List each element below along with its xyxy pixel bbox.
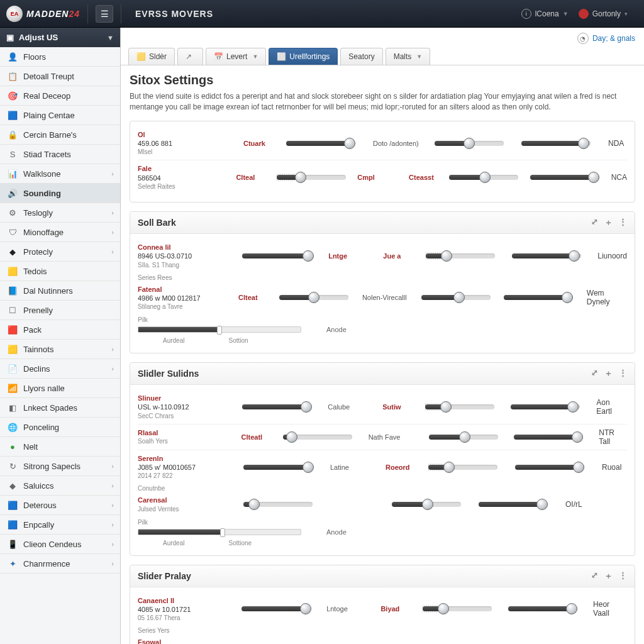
day-goals-link[interactable]: ◔ Day; & gnals — [577, 33, 635, 44]
sidebar-item-22[interactable]: ◆Saluiccs› — [0, 476, 120, 496]
topbar-user-2[interactable]: Gortonly ▾ — [579, 9, 628, 19]
slider-track[interactable] — [449, 175, 518, 180]
slider-knob[interactable] — [303, 250, 314, 262]
slider-track[interactable] — [479, 502, 548, 507]
slider-knob[interactable] — [588, 172, 599, 183]
slider-track[interactable] — [504, 295, 573, 300]
sidebar-item-13[interactable]: ☐Prenelly — [0, 301, 120, 320]
slider-track[interactable] — [425, 404, 494, 409]
slider-knob[interactable] — [440, 401, 452, 413]
slider-track[interactable] — [279, 295, 348, 300]
slider-track[interactable] — [423, 606, 492, 611]
tab-0[interactable]: 🟨Sldèr — [128, 48, 175, 65]
slider-knob[interactable] — [572, 431, 583, 443]
slider-track[interactable] — [242, 606, 311, 611]
sidebar-item-12[interactable]: 📘Dal Nutinners — [0, 281, 120, 301]
slider-track[interactable] — [515, 465, 584, 470]
add-icon[interactable]: ＋ — [604, 570, 613, 582]
progress-handle[interactable] — [217, 326, 222, 335]
sidebar-header[interactable]: ▣ Adjust US ▼ — [0, 28, 120, 47]
sidebar-item-5[interactable]: SStiad Tracets — [0, 145, 120, 164]
slider-knob[interactable] — [295, 172, 306, 183]
sidebar-item-16[interactable]: 📄Declins› — [0, 359, 120, 379]
sidebar-item-3[interactable]: 🟦Plaing Centae — [0, 106, 120, 125]
tab-5[interactable]: Malts▼ — [386, 48, 431, 65]
more-icon[interactable]: ⋮ — [619, 368, 627, 379]
more-icon[interactable]: ⋮ — [619, 570, 627, 582]
slider-track[interactable] — [283, 435, 352, 440]
slider-knob[interactable] — [573, 462, 584, 473]
topbar-user-1[interactable]: i lCoena ▼ — [521, 9, 569, 19]
sidebar-item-7[interactable]: 🔊Sounding — [0, 184, 120, 203]
collapse-icon[interactable]: ⤢ — [591, 368, 598, 379]
slider-track[interactable] — [435, 141, 504, 146]
tab-1[interactable]: ↗ — [177, 48, 203, 65]
slider-knob[interactable] — [441, 250, 452, 262]
collapse-icon[interactable]: ⤢ — [591, 217, 598, 228]
slider-knob[interactable] — [443, 462, 455, 473]
sidebar-item-8[interactable]: ⚙Teslogly› — [0, 203, 120, 223]
slider-knob[interactable] — [308, 292, 319, 303]
slider-knob[interactable] — [459, 431, 470, 443]
slider-knob[interactable] — [303, 462, 314, 473]
sidebar-item-26[interactable]: ✦Chanrmence› — [0, 554, 120, 574]
sidebar-item-20[interactable]: ●Nelt — [0, 437, 120, 457]
sidebar-item-0[interactable]: 👤Floors — [0, 47, 120, 67]
slider-track[interactable] — [286, 141, 355, 146]
sidebar-item-10[interactable]: ◆Protecly› — [0, 242, 120, 262]
slider-knob[interactable] — [344, 138, 355, 149]
slider-knob[interactable] — [453, 292, 465, 303]
slider-track[interactable] — [508, 606, 577, 611]
slider-knob[interactable] — [479, 172, 491, 183]
sidebar-item-18[interactable]: ◧Lnkect Spades — [0, 398, 120, 418]
add-icon[interactable]: ＋ — [604, 368, 613, 379]
progress-bar[interactable] — [138, 326, 301, 333]
slider-knob[interactable] — [301, 401, 312, 413]
slider-track[interactable] — [392, 502, 461, 507]
slider-knob[interactable] — [300, 603, 311, 614]
sidebar-item-6[interactable]: 📊Walklsone› — [0, 164, 120, 184]
sidebar-item-14[interactable]: 🟥Pack — [0, 320, 120, 340]
sidebar-item-15[interactable]: 🟨Tainnots› — [0, 340, 120, 359]
tab-4[interactable]: Seatory — [340, 48, 382, 65]
sidebar-item-17[interactable]: 📶Llyors nalle — [0, 379, 120, 398]
progress-bar[interactable] — [138, 529, 301, 535]
slider-track[interactable] — [243, 502, 313, 507]
slider-track[interactable] — [521, 141, 591, 146]
sidebar-item-19[interactable]: 🌐Ponceling — [0, 418, 120, 437]
slider-knob[interactable] — [248, 499, 260, 510]
slider-track[interactable] — [243, 465, 313, 470]
sidebar-item-21[interactable]: ↻Sitrong Sapecls› — [0, 457, 120, 476]
slider-track[interactable] — [242, 253, 311, 258]
tab-2[interactable]: 📅Levert▼ — [206, 48, 266, 65]
slider-track[interactable] — [429, 435, 498, 440]
sidebar-item-9[interactable]: 🛡Mionoffage› — [0, 223, 120, 242]
slider-track[interactable] — [426, 253, 495, 258]
slider-knob[interactable] — [286, 431, 297, 443]
slider-knob[interactable] — [438, 603, 449, 614]
slider-track[interactable] — [514, 435, 583, 440]
sidebar-item-2[interactable]: 🎯Real Deceop — [0, 86, 120, 106]
slider-knob[interactable] — [536, 499, 548, 510]
slider-track[interactable] — [530, 175, 599, 180]
tab-3[interactable]: ⬜Urellfortings — [269, 48, 338, 65]
slider-track[interactable] — [421, 295, 491, 300]
slider-track[interactable] — [512, 253, 581, 258]
slider-knob[interactable] — [578, 138, 589, 149]
slider-track[interactable] — [511, 404, 580, 409]
sidebar-item-4[interactable]: 🔒Cercin Barne's — [0, 125, 120, 145]
slider-knob[interactable] — [562, 292, 573, 303]
slider-knob[interactable] — [422, 499, 433, 510]
sidebar-item-23[interactable]: 🟦Deterous› — [0, 496, 120, 515]
add-icon[interactable]: ＋ — [604, 217, 613, 228]
sidebar-item-1[interactable]: 📋Detoall Treupt — [0, 67, 120, 86]
slider-track[interactable] — [277, 175, 346, 180]
slider-knob[interactable] — [569, 250, 580, 262]
sidebar-item-24[interactable]: 🟦Enpcally› — [0, 515, 120, 535]
progress-handle[interactable] — [220, 528, 225, 537]
slider-knob[interactable] — [566, 603, 577, 614]
slider-track[interactable] — [428, 465, 497, 470]
more-icon[interactable]: ⋮ — [619, 217, 627, 228]
slider-knob[interactable] — [567, 401, 579, 413]
sidebar-item-11[interactable]: 🟨Tedois — [0, 262, 120, 281]
